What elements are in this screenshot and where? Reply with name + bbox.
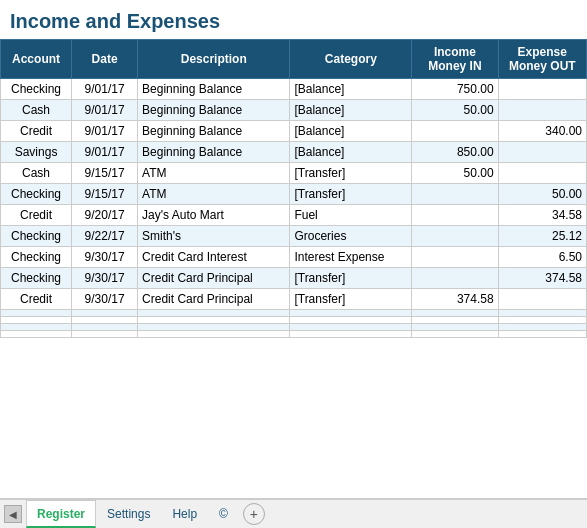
- cell-account: [1, 324, 72, 331]
- cell-description: Jay's Auto Mart: [138, 205, 290, 226]
- table-row[interactable]: Cash9/01/17Beginning Balance[Balance]50.…: [1, 100, 587, 121]
- col-header-description: Description: [138, 40, 290, 79]
- cell-account: Credit: [1, 205, 72, 226]
- cell-account: Savings: [1, 142, 72, 163]
- table-row[interactable]: Checking9/30/17Credit Card InterestInter…: [1, 247, 587, 268]
- cell-income: [412, 226, 498, 247]
- col-header-account: Account: [1, 40, 72, 79]
- table-row[interactable]: Savings9/01/17Beginning Balance[Balance]…: [1, 142, 587, 163]
- table-container: Account Date Description Category Income…: [0, 39, 587, 338]
- cell-category: [Transfer]: [290, 268, 412, 289]
- cell-category: Fuel: [290, 205, 412, 226]
- cell-expense: [498, 324, 586, 331]
- table-row[interactable]: [1, 310, 587, 317]
- cell-account: Credit: [1, 289, 72, 310]
- cell-description: Beginning Balance: [138, 100, 290, 121]
- cell-category: [Balance]: [290, 100, 412, 121]
- cell-expense: 374.58: [498, 268, 586, 289]
- cell-date: 9/01/17: [72, 79, 138, 100]
- table-row[interactable]: [1, 317, 587, 324]
- cell-income: [412, 268, 498, 289]
- tab-copyright[interactable]: ©: [208, 500, 239, 528]
- bottom-tabs: ◀ Register Settings Help © +: [0, 498, 587, 528]
- cell-expense: 25.12: [498, 226, 586, 247]
- cell-category: Groceries: [290, 226, 412, 247]
- cell-description: Beginning Balance: [138, 79, 290, 100]
- cell-category: [290, 317, 412, 324]
- cell-income: [412, 324, 498, 331]
- cell-income: [412, 205, 498, 226]
- cell-category: [290, 324, 412, 331]
- cell-account: Checking: [1, 79, 72, 100]
- cell-date: 9/15/17: [72, 184, 138, 205]
- cell-date: 9/01/17: [72, 100, 138, 121]
- cell-expense: [498, 310, 586, 317]
- cell-expense: 50.00: [498, 184, 586, 205]
- cell-income: [412, 184, 498, 205]
- tab-nav-left-button[interactable]: ◀: [4, 505, 22, 523]
- cell-account: Cash: [1, 100, 72, 121]
- cell-account: [1, 317, 72, 324]
- cell-date: 9/30/17: [72, 247, 138, 268]
- tab-register[interactable]: Register: [26, 500, 96, 528]
- cell-description: Credit Card Principal: [138, 268, 290, 289]
- table-row[interactable]: [1, 324, 587, 331]
- cell-description: [138, 310, 290, 317]
- col-header-date: Date: [72, 40, 138, 79]
- col-header-category: Category: [290, 40, 412, 79]
- cell-description: ATM: [138, 184, 290, 205]
- cell-expense: [498, 163, 586, 184]
- cell-income: 374.58: [412, 289, 498, 310]
- cell-account: Checking: [1, 268, 72, 289]
- tab-settings[interactable]: Settings: [96, 500, 161, 528]
- cell-description: Beginning Balance: [138, 142, 290, 163]
- table-row[interactable]: Cash9/15/17ATM[Transfer]50.00: [1, 163, 587, 184]
- table-row[interactable]: Checking9/30/17Credit Card Principal[Tra…: [1, 268, 587, 289]
- cell-category: [Balance]: [290, 121, 412, 142]
- table-row[interactable]: Checking9/01/17Beginning Balance[Balance…: [1, 79, 587, 100]
- cell-income: 50.00: [412, 100, 498, 121]
- cell-income: [412, 317, 498, 324]
- cell-account: Credit: [1, 121, 72, 142]
- cell-date: 9/30/17: [72, 289, 138, 310]
- table-row[interactable]: Credit9/20/17Jay's Auto MartFuel34.58: [1, 205, 587, 226]
- cell-income: [412, 331, 498, 338]
- cell-description: Beginning Balance: [138, 121, 290, 142]
- cell-category: [290, 331, 412, 338]
- cell-income: 50.00: [412, 163, 498, 184]
- table-row[interactable]: Credit9/01/17Beginning Balance[Balance]3…: [1, 121, 587, 142]
- cell-description: [138, 317, 290, 324]
- cell-date: 9/22/17: [72, 226, 138, 247]
- page-title: Income and Expenses: [0, 0, 587, 39]
- cell-category: [Transfer]: [290, 163, 412, 184]
- table-row[interactable]: Checking9/15/17ATM[Transfer]50.00: [1, 184, 587, 205]
- cell-description: Credit Card Principal: [138, 289, 290, 310]
- table-row[interactable]: Checking9/22/17Smith'sGroceries25.12: [1, 226, 587, 247]
- cell-category: [Transfer]: [290, 289, 412, 310]
- cell-description: Credit Card Interest: [138, 247, 290, 268]
- cell-date: 9/30/17: [72, 268, 138, 289]
- cell-description: [138, 331, 290, 338]
- cell-date: 9/20/17: [72, 205, 138, 226]
- cell-income: 850.00: [412, 142, 498, 163]
- cell-description: [138, 324, 290, 331]
- cell-expense: 340.00: [498, 121, 586, 142]
- main-content: Income and Expenses Account Date Descrip…: [0, 0, 587, 498]
- cell-account: [1, 310, 72, 317]
- cell-date: [72, 324, 138, 331]
- table-row[interactable]: Credit9/30/17Credit Card Principal[Trans…: [1, 289, 587, 310]
- cell-category: [Balance]: [290, 79, 412, 100]
- cell-account: Checking: [1, 247, 72, 268]
- cell-date: 9/15/17: [72, 163, 138, 184]
- tab-help[interactable]: Help: [161, 500, 208, 528]
- cell-expense: [498, 100, 586, 121]
- income-expenses-table: Account Date Description Category Income…: [0, 39, 587, 338]
- cell-date: 9/01/17: [72, 142, 138, 163]
- cell-account: Cash: [1, 163, 72, 184]
- cell-income: [412, 247, 498, 268]
- cell-expense: [498, 331, 586, 338]
- add-tab-button[interactable]: +: [243, 503, 265, 525]
- table-row[interactable]: [1, 331, 587, 338]
- cell-category: Interest Expense: [290, 247, 412, 268]
- cell-description: Smith's: [138, 226, 290, 247]
